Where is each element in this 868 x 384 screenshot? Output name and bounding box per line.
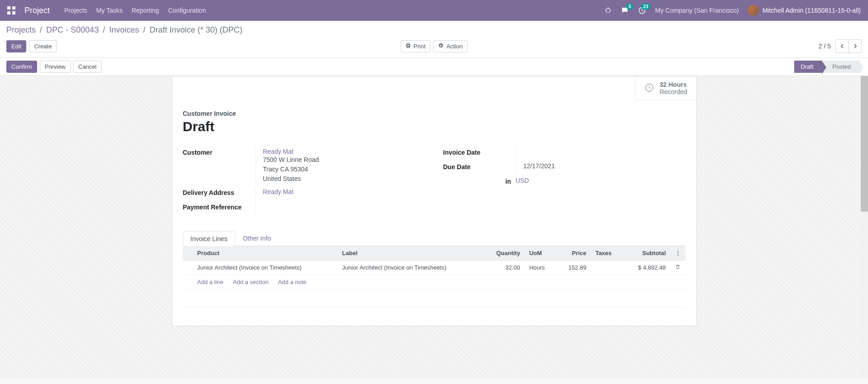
clock-icon <box>644 83 654 94</box>
create-button[interactable]: Create <box>29 40 57 52</box>
customer-label: Customer <box>183 148 255 156</box>
breadcrumbs: Projects / DPC - S00043 / Invoices / Dra… <box>0 21 868 37</box>
invoice-type-label: Customer Invoice <box>183 110 236 117</box>
payment-reference-label: Payment Reference <box>183 203 255 211</box>
cell-subtotal: $ 4,892.48 <box>623 261 670 275</box>
currency-link[interactable]: USD <box>516 177 529 184</box>
tab-other-info[interactable]: Other Info <box>235 231 278 246</box>
user-name: Mitchell Admin (11650811-15-0-all) <box>762 7 861 14</box>
apps-icon[interactable] <box>7 6 15 14</box>
cell-product: Junior Architect (Invoice on Timesheets) <box>193 261 338 275</box>
status-bar: Confirm Preview Cancel Draft Posted <box>0 58 868 76</box>
pager-prev-button[interactable] <box>836 40 849 52</box>
nav-my-tasks[interactable]: My Tasks <box>96 7 123 14</box>
cell-label: Junior Architect (Invoice on Timesheets) <box>338 261 483 275</box>
main-navbar: Project Projects My Tasks Reporting Conf… <box>0 0 868 21</box>
stat-label: Recorded <box>660 88 687 95</box>
preview-button[interactable]: Preview <box>40 61 71 73</box>
breadcrumb-current: Draft Invoice (* 30) (DPC) <box>149 25 242 34</box>
due-date-label: Due Date <box>443 162 516 171</box>
invoice-name: Draft <box>183 119 686 134</box>
nav-reporting[interactable]: Reporting <box>132 7 159 14</box>
col-uom[interactable]: UoM <box>525 246 556 261</box>
hours-recorded-stat[interactable]: 32 Hours Recorded <box>635 76 696 100</box>
form-sheet: 32 Hours Recorded Customer Invoice Draft… <box>172 76 697 326</box>
add-line-link[interactable]: Add a line <box>197 279 224 285</box>
svg-rect-0 <box>7 6 10 9</box>
stat-value: 32 Hours <box>660 81 687 88</box>
messages-badge: 5 <box>626 4 633 9</box>
add-section-link[interactable]: Add a section <box>233 279 269 285</box>
customer-link[interactable]: Ready Mat <box>263 148 294 155</box>
company-switcher[interactable]: My Company (San Francisco) <box>655 7 739 14</box>
gear-icon <box>438 43 444 50</box>
stage-draft[interactable]: Draft <box>794 61 821 73</box>
delivery-address-label: Delivery Address <box>183 188 255 196</box>
messages-icon[interactable]: 5 <box>621 6 629 14</box>
activities-icon[interactable]: 23 <box>638 6 646 14</box>
col-quantity[interactable]: Quantity <box>483 246 525 261</box>
add-note-link[interactable]: Add a note <box>278 279 307 285</box>
print-icon <box>405 43 411 50</box>
print-button[interactable]: Print <box>400 40 431 52</box>
svg-rect-3 <box>12 11 15 14</box>
debug-icon[interactable] <box>604 7 612 14</box>
trash-icon[interactable] <box>675 264 681 271</box>
svg-rect-1 <box>12 6 15 9</box>
svg-rect-2 <box>7 11 10 14</box>
vertical-scrollbar[interactable] <box>861 76 868 379</box>
col-price[interactable]: Price <box>556 246 591 261</box>
cell-taxes <box>591 261 623 275</box>
tab-invoice-lines[interactable]: Invoice Lines <box>183 231 235 246</box>
delivery-address-link[interactable]: Ready Mat <box>263 188 294 195</box>
cell-uom: Hours <box>525 261 556 275</box>
cell-price: 152.89 <box>556 261 591 275</box>
stage-posted[interactable]: Posted <box>822 61 859 73</box>
avatar-icon <box>748 5 759 16</box>
invoice-lines-table: Product Label Quantity UoM Price Taxes S… <box>183 246 686 308</box>
breadcrumb-dpc[interactable]: DPC - S00043 <box>46 25 99 34</box>
col-label[interactable]: Label <box>338 246 483 261</box>
confirm-button[interactable]: Confirm <box>6 61 37 73</box>
col-product[interactable]: Product <box>193 246 338 261</box>
address-line-3: United States <box>263 174 425 184</box>
status-flow: Draft Posted <box>794 61 868 73</box>
col-subtotal[interactable]: Subtotal <box>623 246 670 261</box>
pager-next-button[interactable] <box>849 40 861 52</box>
pager-text[interactable]: 2 / 5 <box>819 43 831 50</box>
cell-quantity: 32.00 <box>483 261 525 275</box>
nav-projects[interactable]: Projects <box>64 7 87 14</box>
columns-menu-icon[interactable]: ⋮ <box>675 250 681 256</box>
activities-badge: 23 <box>641 4 651 9</box>
notebook-tabs: Invoice Lines Other Info <box>183 231 686 246</box>
currency-in-label: in <box>443 177 516 185</box>
address-line-2: Tracy CA 95304 <box>263 165 425 174</box>
control-panel: Projects / DPC - S00043 / Invoices / Dra… <box>0 21 868 58</box>
due-date-value: 12/17/2021 <box>516 162 686 172</box>
breadcrumb-invoices[interactable]: Invoices <box>109 25 139 34</box>
invoice-date-label: Invoice Date <box>443 148 516 156</box>
address-line-1: 7500 W Linne Road <box>263 155 425 165</box>
cancel-button[interactable]: Cancel <box>73 61 101 73</box>
app-brand[interactable]: Project <box>24 6 50 15</box>
col-taxes[interactable]: Taxes <box>591 246 623 261</box>
user-menu[interactable]: Mitchell Admin (11650811-15-0-all) <box>748 5 861 16</box>
edit-button[interactable]: Edit <box>6 40 26 52</box>
table-row[interactable]: Junior Architect (Invoice on Timesheets)… <box>183 261 686 275</box>
nav-configuration[interactable]: Configuration <box>168 7 206 14</box>
breadcrumb-projects[interactable]: Projects <box>6 25 36 34</box>
action-button[interactable]: Action <box>433 40 468 52</box>
table-header-row: Product Label Quantity UoM Price Taxes S… <box>183 246 686 261</box>
